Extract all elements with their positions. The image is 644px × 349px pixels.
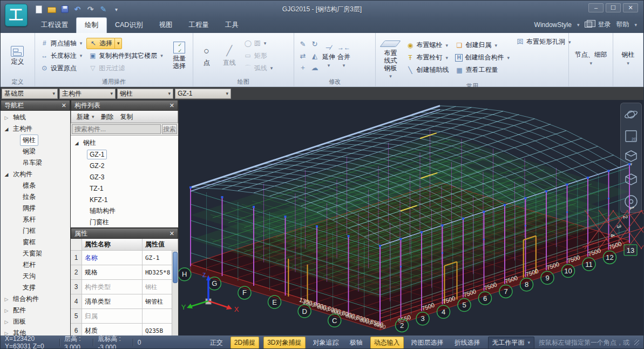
minimize-button[interactable]: – bbox=[588, 3, 604, 12]
nav-item-檩条[interactable]: 檩条 bbox=[1, 180, 70, 191]
maximize-button[interactable]: ☐ bbox=[606, 3, 621, 12]
property-row-归属[interactable]: 5归属 bbox=[71, 309, 178, 324]
component-item-GZ-3[interactable]: GZ-3 bbox=[71, 171, 178, 183]
close-icon[interactable]: ✕ bbox=[170, 230, 174, 237]
nav-item-钢梁[interactable]: 钢梁 bbox=[1, 146, 70, 157]
close-icon[interactable]: ✕ bbox=[62, 102, 66, 109]
component-item-KFZ-1[interactable]: KFZ-1 bbox=[71, 194, 178, 205]
nav-item-其他[interactable]: ▷其他 bbox=[1, 327, 70, 335]
steel-column-button[interactable]: 钢柱▾ bbox=[622, 50, 635, 66]
new-component-button[interactable]: 新建 bbox=[77, 112, 90, 122]
two-point-aux-axis-button[interactable]: # 两点辅轴▾ bbox=[38, 38, 85, 49]
place-stud-button[interactable]: Ŧ 布置栓钉▾ bbox=[404, 52, 451, 63]
nav-item-次构件[interactable]: ◢次构件 bbox=[1, 169, 70, 180]
nav-item-窗框[interactable]: 窗框 bbox=[1, 237, 70, 248]
merge-button[interactable]: →← 合并▾ bbox=[337, 44, 350, 68]
nav-item-面板[interactable]: ▷面板 bbox=[1, 316, 70, 327]
nav-item-钢柱[interactable]: 钢柱 bbox=[1, 135, 70, 146]
extend-button[interactable]: ─∕ 延伸▾ bbox=[322, 44, 335, 68]
select-button[interactable]: ↖ 选择 bbox=[86, 38, 115, 49]
context-combo-2[interactable]: 钢柱▾ bbox=[117, 89, 173, 99]
select-dropdown[interactable]: ▾ bbox=[114, 38, 122, 49]
property-row-名称[interactable]: 1名称GZ-1 bbox=[71, 251, 178, 265]
copy-component-button[interactable]: 复制 bbox=[120, 112, 133, 122]
property-row-清单类型[interactable]: 4清单类型钢管柱 bbox=[71, 294, 178, 309]
status-toggle-2D捕捉[interactable]: 2D捕捉 bbox=[231, 337, 259, 349]
nav-item-栏杆[interactable]: 栏杆 bbox=[1, 259, 70, 271]
nav-item-拉条[interactable]: 拉条 bbox=[1, 191, 70, 203]
context-combo-0[interactable]: 基础层▾ bbox=[2, 89, 58, 99]
component-item-门窗柱[interactable]: 门窗柱 bbox=[71, 217, 178, 227]
offset-icon[interactable]: ⇄ bbox=[297, 50, 308, 61]
orbit-icon[interactable] bbox=[623, 106, 639, 123]
draw-line-button[interactable]: ╱ 直线 bbox=[219, 44, 240, 68]
context-combo-1[interactable]: 主构件▾ bbox=[59, 89, 116, 99]
resize-grip[interactable] bbox=[634, 339, 639, 346]
delete-component-button[interactable]: 删除 bbox=[101, 112, 114, 122]
place-linear-plate-button[interactable]: 布置线式钢板▾ bbox=[379, 35, 402, 80]
view-2d-icon[interactable]: 2D bbox=[623, 128, 639, 144]
component-item-GZ-1[interactable]: GZ-1 bbox=[71, 149, 178, 160]
nav-item-隅撑[interactable]: 隅撑 bbox=[1, 203, 70, 214]
revision-cloud-icon[interactable]: ☁ bbox=[309, 62, 320, 73]
steering-wheel-icon[interactable] bbox=[623, 193, 639, 209]
close-icon[interactable]: ✕ bbox=[170, 102, 174, 109]
tab-CAD识别[interactable]: CAD识别 bbox=[107, 18, 151, 33]
mirror-icon[interactable]: ◭ bbox=[309, 50, 320, 61]
workplane-combo[interactable]: 无工作平面▾ bbox=[488, 337, 535, 349]
nav-item-吊车梁[interactable]: 吊车梁 bbox=[1, 157, 70, 169]
length-dimension-button[interactable]: ↔ 长度标注▾ bbox=[38, 50, 85, 62]
nav-item-系杆[interactable]: 系杆 bbox=[1, 214, 70, 225]
create-combined-member-button[interactable]: H 创建组合构件▾ bbox=[453, 52, 512, 63]
login-button[interactable]: 登录 bbox=[598, 20, 611, 29]
status-toggle-折线选择[interactable]: 折线选择 bbox=[451, 337, 484, 348]
rotate-icon[interactable]: ↻ bbox=[309, 38, 320, 49]
status-toggle-3D对象捕捉[interactable]: 3D对象捕捉 bbox=[263, 337, 305, 349]
status-toggle-正交[interactable]: 正交 bbox=[207, 337, 226, 348]
close-button[interactable]: ✕ bbox=[623, 3, 638, 12]
tab-视图[interactable]: 视图 bbox=[151, 18, 180, 33]
create-aux-line-button[interactable]: ╲ 创建辅助线 bbox=[404, 64, 451, 76]
place-rect-hole-button[interactable]: 回 布置矩形孔洞▾ bbox=[514, 36, 573, 48]
draw-point-button[interactable]: ○ 点 bbox=[196, 44, 217, 68]
component-item-TZ-1[interactable]: TZ-1 bbox=[71, 183, 178, 194]
component-search-button[interactable]: 搜索 bbox=[162, 124, 177, 134]
component-item-GZ-2[interactable]: GZ-2 bbox=[71, 160, 178, 171]
nav-item-支撑[interactable]: 支撑 bbox=[1, 282, 70, 293]
cube-icon[interactable] bbox=[623, 171, 639, 187]
properties-scrollbar[interactable] bbox=[172, 251, 178, 335]
nav-item-门框[interactable]: 门框 bbox=[1, 225, 70, 237]
tab-工具[interactable]: 工具 bbox=[217, 18, 247, 33]
nav-item-轴线[interactable]: ▷轴线 bbox=[1, 112, 70, 123]
define-button[interactable]: 定义 bbox=[8, 45, 27, 67]
brush-icon[interactable]: ✎ bbox=[297, 38, 308, 49]
set-origin-button[interactable]: ⊙ 设置原点 bbox=[38, 63, 85, 74]
status-toggle-极轴[interactable]: 极轴 bbox=[347, 337, 366, 348]
iso-cube-icon[interactable]: ▾ bbox=[623, 150, 639, 166]
chevron-down-icon[interactable]: ▾ bbox=[92, 114, 94, 119]
tab-绘制[interactable]: 绘制 bbox=[76, 17, 107, 33]
nav-item-配件[interactable]: ▷配件 bbox=[1, 305, 70, 316]
help-menu[interactable]: 帮助 bbox=[616, 20, 629, 29]
property-row-规格[interactable]: 2规格HD325*8 bbox=[71, 265, 178, 280]
status-toggle-跨图层选择[interactable]: 跨图层选择 bbox=[408, 337, 447, 348]
cascade-windows-icon[interactable] bbox=[585, 22, 592, 28]
status-toggle-动态输入[interactable]: 动态输入 bbox=[370, 337, 404, 349]
component-group-钢柱[interactable]: ◢钢柱 bbox=[71, 137, 178, 149]
component-item-辅助构件[interactable]: 辅助构件 bbox=[71, 205, 178, 217]
batch-select-button[interactable]: ✓✓ 批量选择 bbox=[170, 41, 189, 71]
node-detail-button[interactable]: 节点、细部▾ bbox=[575, 50, 607, 66]
context-combo-3[interactable]: GZ-1▾ bbox=[175, 89, 231, 99]
move-icon[interactable]: ＋ bbox=[297, 62, 308, 73]
status-toggle-对象追踪[interactable]: 对象追踪 bbox=[310, 337, 342, 348]
nav-item-天窗架[interactable]: 天窗架 bbox=[1, 248, 70, 259]
copy-to-other-floors-button[interactable]: ▣ 复制构件到其它楼层▾ bbox=[86, 50, 165, 62]
create-ownership-button[interactable]: ❏ 创建归属▾ bbox=[453, 39, 512, 51]
view-quantity-button[interactable]: ▦ 查看工程量 bbox=[453, 64, 512, 76]
place-bolt-button[interactable]: ◉ 布置螺栓▾ bbox=[404, 39, 451, 51]
window-style-menu[interactable]: WindowStyle bbox=[534, 21, 572, 29]
component-search-input[interactable] bbox=[72, 124, 161, 134]
tab-工程量[interactable]: 工程量 bbox=[180, 18, 217, 33]
viewport-canvas[interactable]: 2D▾ 750075007500750075007500750075007500… bbox=[179, 100, 644, 335]
tab-工程设置[interactable]: 工程设置 bbox=[33, 18, 76, 33]
